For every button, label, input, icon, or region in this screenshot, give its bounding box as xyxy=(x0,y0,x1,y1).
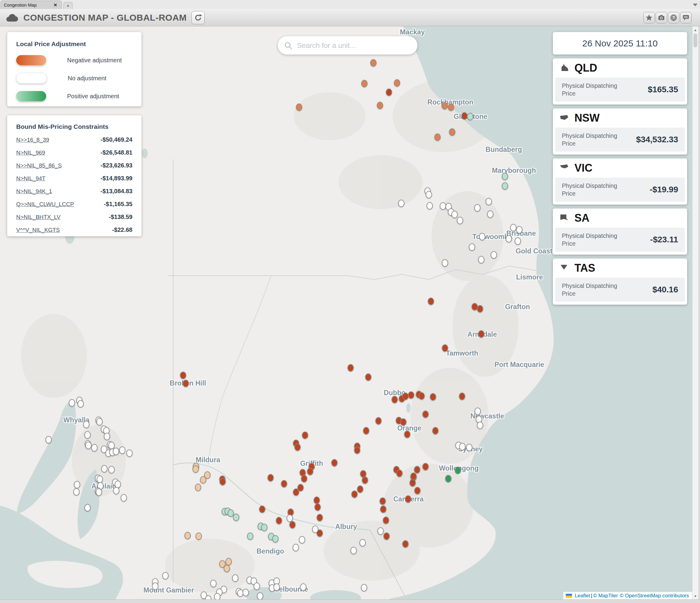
map-marker-r[interactable] xyxy=(295,444,301,451)
map-marker-w[interactable] xyxy=(359,539,366,547)
map-marker-po[interactable] xyxy=(226,558,232,566)
map-marker-w[interactable] xyxy=(119,447,126,454)
maptiler-link[interactable]: © MapTiler xyxy=(593,593,618,599)
map-marker-r[interactable] xyxy=(348,364,354,372)
map-marker-r[interactable] xyxy=(354,447,360,454)
map-marker-w[interactable] xyxy=(152,583,158,590)
map-marker-r[interactable] xyxy=(400,418,407,426)
map-marker-r[interactable] xyxy=(380,506,386,513)
map-marker-w[interactable] xyxy=(516,226,523,234)
map-marker-r[interactable] xyxy=(405,495,411,503)
map-marker-w[interactable] xyxy=(479,233,485,240)
map-marker-r[interactable] xyxy=(180,372,186,379)
map-marker-w[interactable] xyxy=(426,191,432,199)
map-marker-pg[interactable] xyxy=(502,182,508,190)
constraint-link[interactable]: Q>>NIL_CLWU_LCCP xyxy=(16,201,74,208)
map-marker-w[interactable] xyxy=(510,224,517,232)
favorite-button[interactable] xyxy=(643,12,655,23)
map-marker-r[interactable] xyxy=(430,393,436,401)
map-marker-r[interactable] xyxy=(478,331,484,338)
map-marker-o[interactable] xyxy=(449,129,455,136)
map-marker-w[interactable] xyxy=(254,583,260,590)
constraint-link[interactable]: N>NIL_969 xyxy=(16,150,45,156)
map-marker-w[interactable] xyxy=(74,481,80,489)
map-marker-w[interactable] xyxy=(257,593,264,600)
map-marker-w[interactable] xyxy=(104,433,110,440)
map-marker-w[interactable] xyxy=(121,494,127,502)
map-marker-r[interactable] xyxy=(386,89,392,96)
map-marker-r[interactable] xyxy=(331,459,338,467)
map-marker-r[interactable] xyxy=(423,411,429,418)
map-marker-r[interactable] xyxy=(414,466,420,474)
map-marker-pg[interactable] xyxy=(261,524,268,531)
map-marker-w[interactable] xyxy=(427,202,433,210)
map-marker-r[interactable] xyxy=(363,427,370,435)
map-marker-w[interactable] xyxy=(478,256,484,264)
map-marker-r[interactable] xyxy=(396,470,403,477)
map-marker-w[interactable] xyxy=(299,536,305,544)
map-marker-r[interactable] xyxy=(317,514,323,522)
map-marker-w[interactable] xyxy=(515,238,521,245)
tab-close-icon[interactable]: ✕ xyxy=(52,2,58,8)
map-marker-r[interactable] xyxy=(220,478,226,486)
map-marker-w[interactable] xyxy=(84,431,91,439)
map-marker-w[interactable] xyxy=(486,198,492,206)
map-marker-pg[interactable] xyxy=(467,113,473,121)
map-marker-w[interactable] xyxy=(84,504,91,512)
map-marker-r[interactable] xyxy=(415,487,421,495)
map-marker-w[interactable] xyxy=(126,450,133,457)
help-button[interactable]: ? xyxy=(668,12,679,23)
map-marker-r[interactable] xyxy=(392,396,398,403)
map-marker-o[interactable] xyxy=(370,59,377,67)
map-marker-po[interactable] xyxy=(195,484,201,491)
map-marker-o[interactable] xyxy=(442,102,448,110)
map-marker-r[interactable] xyxy=(375,417,382,425)
map-marker-r[interactable] xyxy=(290,521,296,529)
map-marker-r[interactable] xyxy=(259,506,266,513)
map-marker-w[interactable] xyxy=(440,203,446,210)
constraint-link[interactable]: N>NIL_94T xyxy=(16,175,46,182)
map-marker-r[interactable] xyxy=(307,468,314,475)
map-marker-r[interactable] xyxy=(365,373,372,381)
map-marker-w[interactable] xyxy=(452,211,458,218)
map-marker-w[interactable] xyxy=(162,572,169,580)
map-marker-w[interactable] xyxy=(442,259,448,267)
map-marker-w[interactable] xyxy=(108,466,115,474)
map-marker-r[interactable] xyxy=(404,431,410,438)
scroll-up-icon[interactable]: ▲ xyxy=(693,27,698,33)
map-marker-w[interactable] xyxy=(459,443,466,450)
map-marker-w[interactable] xyxy=(274,583,280,591)
map-marker-r[interactable] xyxy=(281,480,288,488)
constraint-link[interactable]: N>NIL_94K_1 xyxy=(16,188,52,195)
map-marker-w[interactable] xyxy=(487,211,494,218)
map-marker-r[interactable] xyxy=(380,498,386,505)
map-marker-g[interactable] xyxy=(445,475,452,482)
map-marker-r[interactable] xyxy=(357,486,364,493)
map-marker-r[interactable] xyxy=(268,474,274,482)
osm-link[interactable]: © OpenStreetMap contributors xyxy=(620,593,689,599)
map-marker-r[interactable] xyxy=(362,477,368,484)
map-marker-w[interactable] xyxy=(300,583,306,591)
search-input[interactable] xyxy=(296,41,418,50)
map-marker-w[interactable] xyxy=(287,515,293,522)
scroll-thumb[interactable] xyxy=(693,33,697,47)
map-marker-w[interactable] xyxy=(475,408,481,415)
map-marker-w[interactable] xyxy=(73,488,80,496)
scroll-down-icon[interactable]: ▼ xyxy=(693,593,698,599)
map-marker-w[interactable] xyxy=(243,589,249,596)
map-marker-r[interactable] xyxy=(461,112,468,120)
map-marker-w[interactable] xyxy=(69,399,75,407)
map-marker-r[interactable] xyxy=(351,491,358,498)
map-marker-po[interactable] xyxy=(224,565,230,573)
map-marker-r[interactable] xyxy=(301,475,307,482)
map-marker-w[interactable] xyxy=(474,204,481,212)
map-marker-r[interactable] xyxy=(477,305,483,313)
map-marker-o[interactable] xyxy=(394,79,400,87)
map-marker-w[interactable] xyxy=(92,444,98,452)
map-marker-w[interactable] xyxy=(214,593,221,600)
map-marker-g[interactable] xyxy=(455,467,461,474)
map-marker-r[interactable] xyxy=(402,393,409,400)
map-marker-w[interactable] xyxy=(361,584,367,592)
map-marker-w[interactable] xyxy=(491,251,497,259)
map-marker-r[interactable] xyxy=(314,497,320,504)
